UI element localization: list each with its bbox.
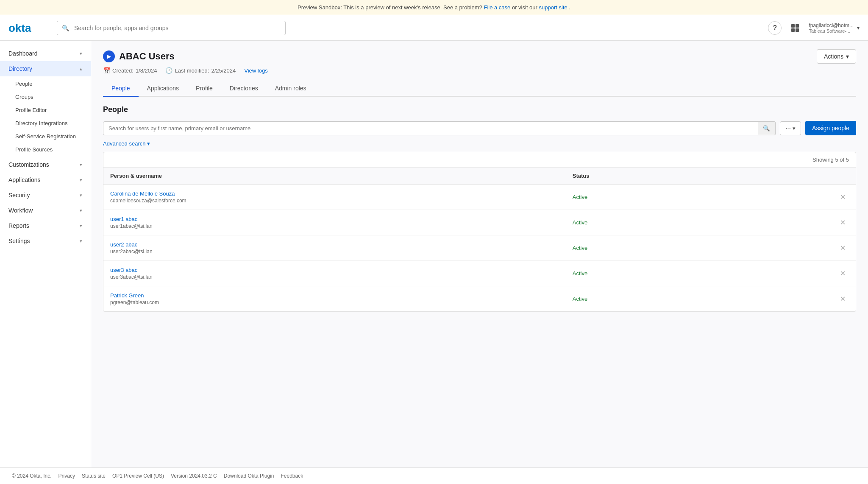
cell-person: user3 abac user3abac@tsi.lan xyxy=(103,261,566,286)
page-title-row: ▶ ABAC Users xyxy=(103,50,175,62)
sidebar-item-security[interactable]: Security ▾ xyxy=(0,187,91,203)
sidebar-item-profile-editor[interactable]: Profile Editor xyxy=(0,104,91,117)
filter-icon: ⋯ xyxy=(785,125,791,131)
footer-copyright: © 2024 Okta, Inc. xyxy=(12,473,52,479)
user-email: fpagliaricci@hotm... xyxy=(809,22,854,28)
logo[interactable]: okta xyxy=(8,22,47,34)
user-search-input[interactable] xyxy=(103,121,776,135)
showing-text: Showing 5 of 5 xyxy=(812,157,849,163)
people-table: Person & username Status Carolina de Mel… xyxy=(103,168,856,311)
footer-download-okta[interactable]: Download Okta Plugin xyxy=(224,473,274,479)
created-icon: 📅 xyxy=(103,67,110,74)
sidebar-item-people[interactable]: People xyxy=(0,77,91,90)
banner-text: Preview Sandbox: This is a preview of ne… xyxy=(298,4,482,11)
footer-privacy[interactable]: Privacy xyxy=(58,473,75,479)
modified-meta: 🕐 Last modified: 2/25/2024 xyxy=(165,67,236,74)
page-icon-symbol: ▶ xyxy=(107,53,111,59)
person-name-link[interactable]: Patrick Green xyxy=(110,292,144,299)
svg-text:okta: okta xyxy=(8,22,31,34)
tab-people[interactable]: People xyxy=(103,81,139,97)
sidebar-item-self-service[interactable]: Self-Service Registration xyxy=(0,130,91,143)
cell-status: Active xyxy=(566,286,723,312)
table-row: user1 abac user1abac@tsi.lan Active ✕ xyxy=(103,210,856,235)
header: okta 🔍 ? fpagliaricci@hotm... Tableau So… xyxy=(0,15,868,41)
cell-status: Active xyxy=(566,235,723,261)
sidebar-label-workflow: Workflow xyxy=(8,207,80,214)
tab-directories[interactable]: Directories xyxy=(221,81,267,97)
sidebar-item-workflow[interactable]: Workflow ▾ xyxy=(0,203,91,218)
search-icon: 🔍 xyxy=(763,125,770,131)
remove-person-button[interactable]: ✕ xyxy=(837,191,849,203)
sidebar-item-groups[interactable]: Groups xyxy=(0,90,91,104)
advanced-search-link[interactable]: Advanced search ▾ xyxy=(103,140,856,147)
grid-icon xyxy=(791,24,799,32)
tab-admin-roles[interactable]: Admin roles xyxy=(267,81,315,97)
actions-button[interactable]: Actions ▾ xyxy=(817,49,856,64)
person-name-link[interactable]: user1 abac xyxy=(110,216,137,222)
cell-remove: ✕ xyxy=(723,235,856,261)
cell-remove: ✕ xyxy=(723,261,856,286)
page-title: ABAC Users xyxy=(119,51,175,62)
footer-op1-preview[interactable]: OP1 Preview Cell (US) xyxy=(112,473,164,479)
sidebar-label-applications: Applications xyxy=(8,176,80,183)
actions-chevron-icon: ▾ xyxy=(846,53,849,60)
table-row: Patrick Green pgreen@tableau.com Active … xyxy=(103,286,856,312)
chevron-dashboard: ▾ xyxy=(80,51,82,56)
grid-menu-button[interactable] xyxy=(788,21,802,35)
sidebar-item-directory-integrations[interactable]: Directory Integrations xyxy=(0,117,91,130)
tab-profile[interactable]: Profile xyxy=(187,81,221,97)
remove-person-button[interactable]: ✕ xyxy=(837,217,849,228)
footer-status-site[interactable]: Status site xyxy=(82,473,106,479)
table-search-row: 🔍 ⋯ ▾ Assign people xyxy=(103,121,856,135)
people-section: People 🔍 ⋯ ▾ Assign people Advanced sear… xyxy=(103,105,856,312)
person-email: user2abac@tsi.lan xyxy=(110,249,559,255)
footer-feedback[interactable]: Feedback xyxy=(281,473,303,479)
sidebar-sub-directory: People Groups Profile Editor Directory I… xyxy=(0,76,91,157)
sidebar-item-customizations[interactable]: Customizations ▾ xyxy=(0,157,91,172)
modified-date: 2/25/2024 xyxy=(211,67,236,74)
sidebar-label-customizations: Customizations xyxy=(8,161,80,168)
tab-applications[interactable]: Applications xyxy=(139,81,188,97)
layout: Dashboard ▾ Directory ▴ People Groups Pr… xyxy=(0,41,868,467)
remove-person-button[interactable]: ✕ xyxy=(837,268,849,279)
person-name-link[interactable]: Carolina de Mello e Souza xyxy=(110,190,175,197)
assign-people-button[interactable]: Assign people xyxy=(805,121,856,135)
banner-support-link[interactable]: support site xyxy=(539,4,568,11)
header-right: ? fpagliaricci@hotm... Tableau Software-… xyxy=(768,21,860,35)
sidebar-item-directory[interactable]: Directory ▴ xyxy=(0,61,91,76)
remove-person-button[interactable]: ✕ xyxy=(837,242,849,254)
actions-label: Actions xyxy=(824,53,843,60)
sidebar-label-reports: Reports xyxy=(8,222,80,229)
status-badge: Active xyxy=(573,296,587,302)
cell-remove: ✕ xyxy=(723,185,856,210)
help-icon: ? xyxy=(773,24,777,32)
person-name-link[interactable]: user2 abac xyxy=(110,241,137,248)
filter-button[interactable]: ⋯ ▾ xyxy=(780,121,801,135)
sidebar-item-settings[interactable]: Settings ▾ xyxy=(0,233,91,249)
sidebar-item-dashboard[interactable]: Dashboard ▾ xyxy=(0,46,91,61)
search-input[interactable] xyxy=(57,21,286,35)
chevron-down-icon: ▾ xyxy=(857,25,860,31)
preview-banner: Preview Sandbox: This is a preview of ne… xyxy=(0,0,868,15)
sidebar-item-profile-sources[interactable]: Profile Sources xyxy=(0,143,91,156)
sidebar-label-directory: Directory xyxy=(8,65,80,72)
sidebar-label-settings: Settings xyxy=(8,238,80,244)
person-name-link[interactable]: user3 abac xyxy=(110,267,137,273)
sidebar-item-applications[interactable]: Applications ▾ xyxy=(0,172,91,187)
remove-person-button[interactable]: ✕ xyxy=(837,293,849,305)
user-menu[interactable]: fpagliaricci@hotm... Tableau Software-..… xyxy=(809,22,860,34)
banner-file-link[interactable]: File a case xyxy=(484,4,510,11)
view-logs-link[interactable]: View logs xyxy=(244,67,267,74)
search-submit-button[interactable]: 🔍 xyxy=(758,121,776,135)
cell-status: Active xyxy=(566,185,723,210)
table-row: user2 abac user2abac@tsi.lan Active ✕ xyxy=(103,235,856,261)
sidebar-item-reports[interactable]: Reports ▾ xyxy=(0,218,91,233)
help-button[interactable]: ? xyxy=(768,21,782,35)
footer-version[interactable]: Version 2024.03.2 C xyxy=(171,473,217,479)
cell-person: user1 abac user1abac@tsi.lan xyxy=(103,210,566,235)
main-content: ▶ ABAC Users Actions ▾ 📅 Created: 1/8/20… xyxy=(91,41,868,467)
cell-person: Carolina de Mello e Souza cdamelloesouza… xyxy=(103,185,566,210)
meta-row: 📅 Created: 1/8/2024 🕐 Last modified: 2/2… xyxy=(103,67,856,74)
table-row: user3 abac user3abac@tsi.lan Active ✕ xyxy=(103,261,856,286)
section-title: People xyxy=(103,105,856,114)
